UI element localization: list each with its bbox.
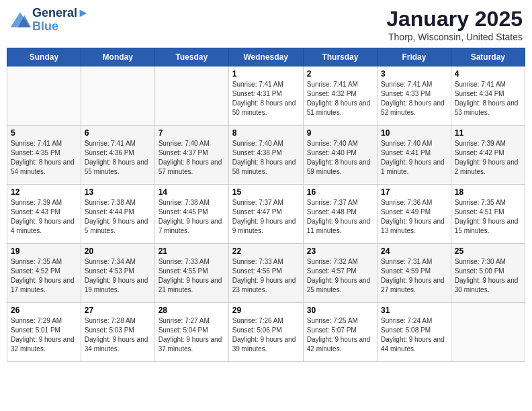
calendar-week-row: 1 Sunrise: 7:41 AMSunset: 4:31 PMDayligh…: [7, 66, 525, 126]
calendar-day-cell: 3 Sunrise: 7:41 AMSunset: 4:33 PMDayligh…: [378, 66, 451, 126]
day-number: 8: [232, 128, 300, 138]
calendar-day-cell: 28 Sunrise: 7:27 AMSunset: 5:04 PMDaylig…: [154, 303, 228, 362]
day-detail: Sunrise: 7:39 AMSunset: 4:43 PMDaylight:…: [11, 198, 77, 236]
day-detail: Sunrise: 7:38 AMSunset: 4:45 PMDaylight:…: [159, 198, 225, 236]
calendar-week-row: 5 Sunrise: 7:41 AMSunset: 4:35 PMDayligh…: [7, 126, 525, 185]
calendar-day-cell: [7, 66, 81, 126]
day-number: 28: [159, 306, 225, 315]
day-number: 15: [232, 187, 300, 197]
calendar-day-cell: 13 Sunrise: 7:38 AMSunset: 4:44 PMDaylig…: [81, 185, 154, 244]
logo-text: General► Blue: [32, 7, 89, 34]
day-detail: Sunrise: 7:32 AMSunset: 4:57 PMDaylight:…: [307, 257, 373, 295]
day-number: 12: [11, 187, 77, 197]
calendar-day-cell: 31 Sunrise: 7:24 AMSunset: 5:08 PMDaylig…: [378, 303, 451, 362]
calendar-week-row: 26 Sunrise: 7:29 AMSunset: 5:01 PMDaylig…: [7, 303, 525, 362]
day-number: 24: [381, 246, 447, 256]
day-detail: Sunrise: 7:41 AMSunset: 4:33 PMDaylight:…: [381, 80, 447, 118]
day-number: 17: [381, 187, 447, 197]
month-title: January 2025: [386, 7, 523, 32]
day-detail: Sunrise: 7:41 AMSunset: 4:32 PMDaylight:…: [307, 80, 373, 118]
day-detail: Sunrise: 7:40 AMSunset: 4:40 PMDaylight:…: [307, 139, 373, 177]
calendar-header-cell: Saturday: [451, 48, 525, 66]
calendar-header-row: SundayMondayTuesdayWednesdayThursdayFrid…: [7, 48, 525, 66]
day-number: 30: [307, 306, 373, 315]
calendar-day-cell: 23 Sunrise: 7:32 AMSunset: 4:57 PMDaylig…: [303, 244, 377, 303]
day-detail: Sunrise: 7:38 AMSunset: 4:44 PMDaylight:…: [85, 198, 151, 236]
calendar-day-cell: 15 Sunrise: 7:37 AMSunset: 4:47 PMDaylig…: [228, 185, 303, 244]
day-detail: Sunrise: 7:26 AMSunset: 5:06 PMDaylight:…: [232, 316, 300, 354]
day-number: 21: [159, 246, 225, 256]
day-number: 16: [307, 187, 373, 197]
calendar-table: SundayMondayTuesdayWednesdayThursdayFrid…: [7, 48, 525, 362]
calendar-day-cell: 30 Sunrise: 7:25 AMSunset: 5:07 PMDaylig…: [303, 303, 377, 362]
day-number: 7: [159, 128, 225, 138]
day-number: 10: [381, 128, 447, 138]
calendar-day-cell: 26 Sunrise: 7:29 AMSunset: 5:01 PMDaylig…: [7, 303, 81, 362]
day-detail: Sunrise: 7:41 AMSunset: 4:34 PMDaylight:…: [455, 80, 521, 118]
calendar-day-cell: 25 Sunrise: 7:30 AMSunset: 5:00 PMDaylig…: [451, 244, 525, 303]
day-detail: Sunrise: 7:39 AMSunset: 4:42 PMDaylight:…: [455, 139, 521, 177]
day-detail: Sunrise: 7:31 AMSunset: 4:59 PMDaylight:…: [381, 257, 447, 295]
calendar-day-cell: 18 Sunrise: 7:35 AMSunset: 4:51 PMDaylig…: [451, 185, 525, 244]
day-detail: Sunrise: 7:41 AMSunset: 4:31 PMDaylight:…: [232, 80, 300, 118]
calendar-day-cell: [451, 303, 525, 362]
calendar-day-cell: [81, 66, 154, 126]
day-detail: Sunrise: 7:40 AMSunset: 4:41 PMDaylight:…: [381, 139, 447, 177]
day-detail: Sunrise: 7:33 AMSunset: 4:55 PMDaylight:…: [159, 257, 225, 295]
day-number: 29: [232, 306, 300, 315]
day-number: 18: [455, 187, 521, 197]
calendar-day-cell: 7 Sunrise: 7:40 AMSunset: 4:37 PMDayligh…: [154, 126, 228, 185]
calendar-day-cell: 12 Sunrise: 7:39 AMSunset: 4:43 PMDaylig…: [7, 185, 81, 244]
page-header: General► Blue January 2025 Thorp, Wiscon…: [7, 7, 525, 42]
calendar-header-cell: Friday: [378, 48, 451, 66]
day-detail: Sunrise: 7:34 AMSunset: 4:53 PMDaylight:…: [85, 257, 151, 295]
calendar-day-cell: 22 Sunrise: 7:33 AMSunset: 4:56 PMDaylig…: [228, 244, 303, 303]
day-detail: Sunrise: 7:27 AMSunset: 5:04 PMDaylight:…: [159, 316, 225, 354]
calendar-day-cell: 24 Sunrise: 7:31 AMSunset: 4:59 PMDaylig…: [378, 244, 451, 303]
calendar-day-cell: 6 Sunrise: 7:41 AMSunset: 4:36 PMDayligh…: [81, 126, 154, 185]
day-detail: Sunrise: 7:41 AMSunset: 4:36 PMDaylight:…: [85, 139, 151, 177]
day-number: 6: [85, 128, 151, 138]
calendar-header-cell: Sunday: [7, 48, 81, 66]
calendar-day-cell: 10 Sunrise: 7:40 AMSunset: 4:41 PMDaylig…: [378, 126, 451, 185]
day-number: 1: [232, 69, 300, 79]
day-number: 13: [85, 187, 151, 197]
calendar-header-cell: Tuesday: [154, 48, 228, 66]
day-detail: Sunrise: 7:29 AMSunset: 5:01 PMDaylight:…: [11, 316, 77, 354]
calendar-day-cell: 2 Sunrise: 7:41 AMSunset: 4:32 PMDayligh…: [303, 66, 377, 126]
calendar-day-cell: 19 Sunrise: 7:35 AMSunset: 4:52 PMDaylig…: [7, 244, 81, 303]
location: Thorp, Wisconsin, United States: [386, 32, 523, 42]
calendar-day-cell: [154, 66, 228, 126]
title-block: January 2025 Thorp, Wisconsin, United St…: [386, 7, 523, 42]
calendar-header-cell: Monday: [81, 48, 154, 66]
day-number: 5: [11, 128, 77, 138]
day-number: 31: [381, 306, 447, 315]
logo-icon: [9, 11, 31, 30]
day-number: 2: [307, 69, 373, 79]
calendar-day-cell: 17 Sunrise: 7:36 AMSunset: 4:49 PMDaylig…: [378, 185, 451, 244]
calendar-day-cell: 21 Sunrise: 7:33 AMSunset: 4:55 PMDaylig…: [154, 244, 228, 303]
day-detail: Sunrise: 7:33 AMSunset: 4:56 PMDaylight:…: [232, 257, 300, 295]
day-detail: Sunrise: 7:25 AMSunset: 5:07 PMDaylight:…: [307, 316, 373, 354]
calendar-day-cell: 14 Sunrise: 7:38 AMSunset: 4:45 PMDaylig…: [154, 185, 228, 244]
day-number: 3: [381, 69, 447, 79]
day-detail: Sunrise: 7:30 AMSunset: 5:00 PMDaylight:…: [455, 257, 521, 295]
day-number: 26: [11, 306, 77, 315]
calendar-week-row: 19 Sunrise: 7:35 AMSunset: 4:52 PMDaylig…: [7, 244, 525, 303]
day-number: 20: [85, 246, 151, 256]
day-number: 23: [307, 246, 373, 256]
day-detail: Sunrise: 7:36 AMSunset: 4:49 PMDaylight:…: [381, 198, 447, 236]
day-number: 11: [455, 128, 521, 138]
calendar-day-cell: 16 Sunrise: 7:37 AMSunset: 4:48 PMDaylig…: [303, 185, 377, 244]
calendar-header-cell: Wednesday: [228, 48, 303, 66]
logo: General► Blue: [9, 7, 89, 34]
calendar-day-cell: 20 Sunrise: 7:34 AMSunset: 4:53 PMDaylig…: [81, 244, 154, 303]
day-number: 14: [159, 187, 225, 197]
calendar-day-cell: 8 Sunrise: 7:40 AMSunset: 4:38 PMDayligh…: [228, 126, 303, 185]
day-number: 22: [232, 246, 300, 256]
calendar-day-cell: 29 Sunrise: 7:26 AMSunset: 5:06 PMDaylig…: [228, 303, 303, 362]
calendar-body: 1 Sunrise: 7:41 AMSunset: 4:31 PMDayligh…: [7, 66, 525, 362]
day-detail: Sunrise: 7:40 AMSunset: 4:38 PMDaylight:…: [232, 139, 300, 177]
calendar-day-cell: 5 Sunrise: 7:41 AMSunset: 4:35 PMDayligh…: [7, 126, 81, 185]
day-detail: Sunrise: 7:40 AMSunset: 4:37 PMDaylight:…: [159, 139, 225, 177]
